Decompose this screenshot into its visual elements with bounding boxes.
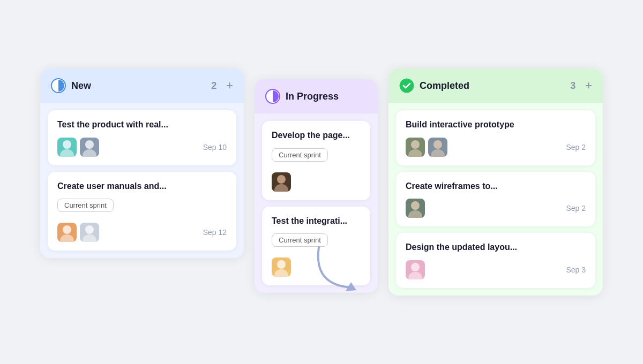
avatar-male-6 xyxy=(406,199,425,218)
column-inprogress-title: In Progress xyxy=(286,91,367,102)
inprogress-status-icon xyxy=(265,89,280,104)
avatar-female-2 xyxy=(57,223,77,242)
avatar-female-4 xyxy=(406,260,425,279)
card-date: Sep 2 xyxy=(566,204,586,213)
card-footer: Sep 12 xyxy=(57,223,227,242)
column-new-title: New xyxy=(71,80,206,92)
column-inprogress: In Progress Develop the page... Current … xyxy=(255,79,378,293)
card-footer: Sep 3 xyxy=(406,260,586,279)
column-inprogress-header: In Progress xyxy=(255,79,378,113)
card-develop-page[interactable]: Develop the page... Current sprint xyxy=(262,121,370,200)
card-avatars xyxy=(406,138,447,157)
completed-add-button[interactable]: + xyxy=(585,80,592,92)
column-new: New 2 + Test the product with real... xyxy=(40,69,244,258)
card-test-integration[interactable]: Test the integrati... Current sprint xyxy=(262,207,370,285)
column-completed-header: Completed 3 + xyxy=(388,69,603,103)
card-build-prototype[interactable]: Build interactive prototype xyxy=(396,110,595,165)
card-avatars xyxy=(406,199,425,218)
column-completed-body: Build interactive prototype xyxy=(388,103,603,295)
avatar-male-1 xyxy=(80,138,99,157)
completed-status-icon xyxy=(399,78,414,93)
card-avatars xyxy=(406,260,425,279)
column-new-count: 2 xyxy=(211,80,216,92)
avatar-male-3 xyxy=(272,257,291,277)
card-title: Create user manuals and... xyxy=(57,180,227,192)
column-inprogress-body: Develop the page... Current sprint xyxy=(255,113,378,293)
card-avatars xyxy=(57,138,99,157)
card-date: Sep 10 xyxy=(203,143,227,151)
card-date: Sep 12 xyxy=(203,228,227,237)
card-title: Design the updated layou... xyxy=(406,241,586,253)
new-status-icon xyxy=(51,78,66,93)
card-title: Create wireframes to... xyxy=(406,180,586,192)
card-footer xyxy=(272,172,361,192)
card-user-manuals[interactable]: Create user manuals and... Current sprin… xyxy=(48,172,236,251)
card-title: Build interactive prototype xyxy=(406,119,586,131)
card-badge: Current sprint xyxy=(272,233,328,247)
card-badge: Current sprint xyxy=(57,199,114,212)
kanban-board: New 2 + Test the product with real... xyxy=(8,47,635,316)
card-wireframes[interactable]: Create wireframes to... Sep 2 xyxy=(396,172,595,226)
card-footer: Sep 10 xyxy=(57,138,227,157)
column-new-header: New 2 + xyxy=(40,69,244,103)
card-date: Sep 3 xyxy=(566,266,586,274)
card-avatars xyxy=(57,223,99,242)
svg-point-3 xyxy=(400,79,414,93)
card-title: Test the product with real... xyxy=(57,119,227,131)
card-design-layout[interactable]: Design the updated layou... Sep 3 xyxy=(396,233,595,287)
card-title: Develop the page... xyxy=(272,130,361,141)
card-date: Sep 2 xyxy=(566,143,586,151)
card-test-product[interactable]: Test the product with real... xyxy=(48,110,236,165)
avatar-female-3 xyxy=(80,223,99,242)
column-completed-count: 3 xyxy=(570,80,575,92)
column-new-body: Test the product with real... xyxy=(40,103,244,258)
card-avatars xyxy=(272,257,291,277)
column-completed-title: Completed xyxy=(420,80,565,92)
card-badge: Current sprint xyxy=(272,148,328,162)
column-completed: Completed 3 + Build interactive prototyp… xyxy=(388,69,603,295)
card-footer: Sep 2 xyxy=(406,199,586,218)
avatar-male-2 xyxy=(272,172,291,192)
avatar-male-5 xyxy=(428,138,447,157)
avatar-female-1 xyxy=(57,138,77,157)
card-footer: Sep 2 xyxy=(406,138,586,157)
card-footer xyxy=(272,257,361,277)
new-add-button[interactable]: + xyxy=(226,80,233,92)
avatar-male-4 xyxy=(406,138,425,157)
card-avatars xyxy=(272,172,291,192)
card-title: Test the integrati... xyxy=(272,215,361,227)
